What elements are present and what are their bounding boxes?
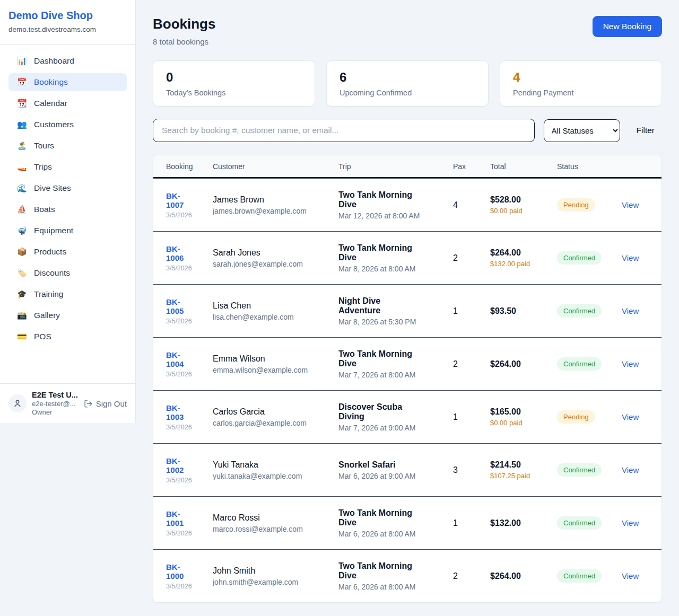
- sidebar-item-training[interactable]: 🎓 Training: [8, 285, 127, 303]
- customer-name: Carlos Garcia: [213, 407, 330, 417]
- trip-cell: Night Dive Adventure Mar 8, 2026 at 5:30…: [338, 296, 453, 326]
- booking-id-link[interactable]: BK-1007: [166, 191, 197, 209]
- page-header: Bookings 8 total bookings New Booking: [153, 16, 662, 46]
- customer-cell: Emma Wilson emma.wilson@example.com: [213, 354, 338, 374]
- booking-date: 3/5/2026: [166, 424, 204, 431]
- nav-item-label: Customers: [34, 120, 74, 129]
- actions-cell: View: [622, 465, 661, 475]
- graduation-cap-icon: 🎓: [17, 289, 27, 299]
- sign-out-button[interactable]: Sign Out: [84, 399, 127, 408]
- view-link[interactable]: View: [622, 359, 639, 368]
- sidebar-item-equipment[interactable]: 🤿 Equipment: [8, 222, 127, 240]
- stat-label: Pending Payment: [513, 89, 649, 97]
- total-cell: $264.00: [490, 571, 557, 581]
- customer-email: emma.wilson@example.com: [213, 366, 330, 374]
- status-cell: Pending: [557, 198, 622, 212]
- table-row: BK-1006 3/5/2026 Sarah Jones sarah.jones…: [153, 231, 661, 284]
- status-badge: Confirmed: [557, 569, 602, 583]
- column-header-total: Total: [490, 162, 557, 171]
- actions-cell: View: [622, 253, 661, 263]
- sidebar-item-gallery[interactable]: 📸 Gallery: [8, 306, 127, 324]
- nav-item-label: Equipment: [34, 226, 73, 235]
- trip-datetime: Mar 12, 2026 at 8:00 AM: [338, 212, 445, 220]
- user-role: Owner: [32, 408, 79, 416]
- sidebar-item-customers[interactable]: 👥 Customers: [8, 116, 127, 134]
- sidebar-item-calendar[interactable]: 📆 Calendar: [8, 94, 127, 112]
- booking-id-link[interactable]: BK-1001: [166, 509, 197, 527]
- search-input[interactable]: [153, 119, 535, 142]
- sidebar-header: Demo Dive Shop demo.test.divestreams.com: [0, 0, 135, 45]
- booking-id-link[interactable]: BK-1000: [166, 562, 197, 580]
- booking-id-link[interactable]: BK-1002: [166, 456, 197, 474]
- people-icon: 👥: [17, 120, 27, 129]
- new-booking-button[interactable]: New Booking: [593, 16, 662, 37]
- customer-email: sarah.jones@example.com: [213, 260, 330, 268]
- customer-name: Emma Wilson: [213, 354, 330, 364]
- nav-item-label: Products: [34, 247, 66, 257]
- booking-id-link[interactable]: BK-1003: [166, 403, 197, 421]
- booking-id-link[interactable]: BK-1006: [166, 244, 197, 262]
- customer-cell: James Brown james.brown@example.com: [213, 195, 338, 215]
- total-amount: $264.00: [490, 359, 549, 369]
- sidebar-item-pos[interactable]: 💳 POS: [8, 328, 127, 346]
- pax-cell: 2: [453, 359, 490, 369]
- filter-button[interactable]: Filter: [629, 121, 662, 139]
- stats-row: 0 Today's Bookings 6 Upcoming Confirmed …: [153, 60, 662, 107]
- sidebar-item-products[interactable]: 📦 Products: [8, 243, 127, 261]
- nav-item-label: Gallery: [34, 311, 60, 320]
- diving-mask-icon: 🤿: [17, 226, 27, 235]
- shop-name: Demo Dive Shop: [8, 10, 127, 22]
- customer-email: james.brown@example.com: [213, 207, 330, 215]
- booking-date: 3/5/2026: [166, 212, 204, 219]
- nav-item-label: POS: [34, 332, 51, 341]
- user-meta: E2E Test U... e2e-tester@... Owner: [32, 391, 79, 416]
- nav-item-label: Bookings: [34, 77, 68, 87]
- booking-date: 3/5/2026: [166, 477, 204, 484]
- status-filter-select[interactable]: All Statuses: [544, 119, 620, 142]
- trip-datetime: Mar 8, 2026 at 8:00 AM: [338, 265, 445, 273]
- view-link[interactable]: View: [622, 306, 639, 315]
- trip-name: Two Tank Morning Dive: [338, 561, 422, 580]
- stat-card: 4 Pending Payment: [500, 60, 662, 107]
- view-link[interactable]: View: [622, 465, 639, 474]
- package-icon: 📦: [17, 247, 27, 257]
- speedboat-icon: 🚤: [17, 162, 27, 172]
- column-header-trip: Trip: [338, 162, 453, 171]
- sidebar-item-trips[interactable]: 🚤 Trips: [8, 158, 127, 176]
- user-name: E2E Test U...: [32, 391, 79, 399]
- customer-email: lisa.chen@example.com: [213, 313, 330, 321]
- sidebar-item-dive-sites[interactable]: 🌊 Dive Sites: [8, 179, 127, 197]
- shop-domain: demo.test.divestreams.com: [8, 25, 127, 33]
- nav-item-label: Boats: [34, 205, 55, 214]
- paid-amount: $107.25 paid: [490, 472, 536, 480]
- sign-out-label: Sign Out: [96, 399, 127, 408]
- customer-cell: Yuki Tanaka yuki.tanaka@example.com: [213, 460, 338, 480]
- pax-cell: 2: [453, 253, 490, 263]
- status-cell: Confirmed: [557, 357, 622, 371]
- booking-id-link[interactable]: BK-1005: [166, 297, 197, 315]
- booking-id-link[interactable]: BK-1004: [166, 350, 197, 368]
- sidebar-item-discounts[interactable]: 🏷️ Discounts: [8, 264, 127, 282]
- sidebar-item-boats[interactable]: ⛵ Boats: [8, 200, 127, 218]
- main-content: Bookings 8 total bookings New Booking 0 …: [136, 0, 679, 616]
- view-link[interactable]: View: [622, 518, 639, 527]
- page-subtitle: 8 total bookings: [153, 37, 215, 46]
- sidebar-item-dashboard[interactable]: 📊 Dashboard: [8, 52, 127, 70]
- booking-cell: BK-1001 3/5/2026: [153, 509, 213, 537]
- actions-cell: View: [622, 571, 661, 581]
- customer-email: john.smith@example.com: [213, 578, 330, 586]
- view-link[interactable]: View: [622, 412, 639, 421]
- view-link[interactable]: View: [622, 571, 639, 580]
- table-row: BK-1000 3/5/2026 John Smith john.smith@e…: [153, 549, 661, 602]
- view-link[interactable]: View: [622, 200, 639, 209]
- view-link[interactable]: View: [622, 253, 639, 262]
- sidebar-item-bookings[interactable]: 📅 Bookings: [8, 73, 127, 91]
- customer-cell: John Smith john.smith@example.com: [213, 566, 338, 586]
- bookings-table: Booking Customer Trip Pax Total Status B…: [153, 155, 662, 603]
- total-amount: $264.00: [490, 248, 549, 258]
- sidebar-item-tours[interactable]: 🏝️ Tours: [8, 137, 127, 155]
- customer-email: carlos.garcia@example.com: [213, 419, 330, 427]
- nav-item-label: Training: [34, 289, 63, 299]
- avatar: [8, 394, 27, 412]
- table-row: BK-1002 3/5/2026 Yuki Tanaka yuki.tanaka…: [153, 443, 661, 496]
